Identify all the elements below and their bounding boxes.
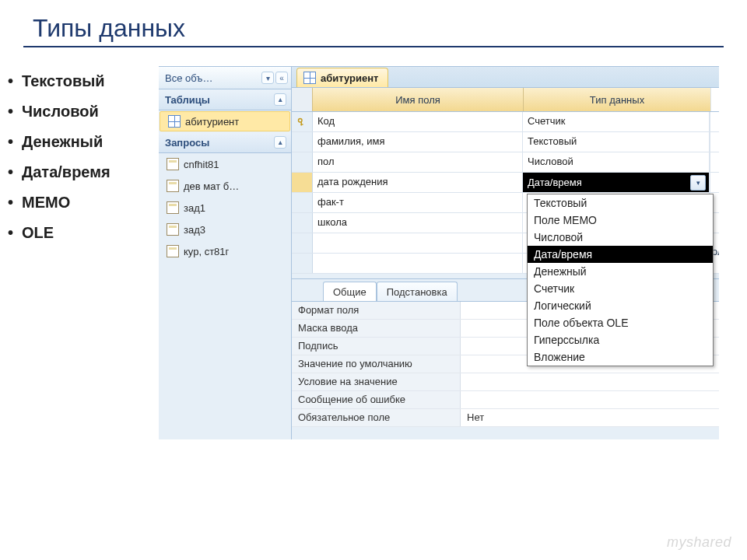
- field-row[interactable]: Код Счетчик: [292, 112, 719, 132]
- nav-query-item[interactable]: дев мат б…: [159, 175, 291, 197]
- dropdown-item[interactable]: Поле объекта OLE: [528, 314, 713, 331]
- property-label: Сообщение об ошибке: [292, 391, 461, 408]
- data-type-cell[interactable]: Счетчик: [523, 112, 710, 131]
- nav-section-tables[interactable]: Таблицы ▴: [159, 89, 291, 110]
- field-name-cell[interactable]: [313, 254, 523, 273]
- nav-section-queries[interactable]: Запросы ▴: [159, 132, 291, 153]
- column-header-data-type[interactable]: Тип данных: [524, 88, 710, 111]
- nav-query-item[interactable]: зад3: [159, 219, 291, 240]
- field-name-cell[interactable]: пол: [313, 152, 523, 172]
- dropdown-item[interactable]: Гиперссылка: [528, 331, 713, 348]
- data-type-cell[interactable]: Дата/время ▾: [523, 173, 710, 192]
- field-row[interactable]: фамилия, имя Текстовый: [292, 132, 719, 152]
- field-name-cell[interactable]: Код: [313, 112, 523, 131]
- field-name-cell[interactable]: фак-т: [313, 193, 523, 212]
- document-tab-row: абитуриент: [292, 67, 719, 88]
- row-selector[interactable]: [292, 213, 313, 233]
- svg-rect-2: [301, 124, 303, 125]
- nav-category-selector[interactable]: Все объ… ▾ «: [159, 67, 291, 89]
- navigation-pane: Все объ… ▾ « Таблицы ▴ абитуриент Запрос…: [159, 67, 292, 439]
- bullet-item: OLE: [22, 218, 159, 248]
- property-row[interactable]: Обязательное поле Нет: [292, 409, 719, 427]
- property-label: Условие на значение: [292, 373, 461, 390]
- property-tab-lookup[interactable]: Подстановка: [377, 282, 458, 301]
- dropdown-item-selected[interactable]: Дата/время: [528, 246, 713, 263]
- data-type-selected-value: Дата/время: [528, 177, 582, 188]
- property-label: Подпись: [292, 338, 461, 355]
- row-gutter-header: [292, 88, 313, 111]
- row-selector[interactable]: [292, 233, 313, 253]
- nav-query-item[interactable]: cnfhit81: [159, 153, 291, 175]
- field-row[interactable]: пол Числовой: [292, 152, 719, 173]
- property-label: Обязательное поле: [292, 409, 461, 426]
- column-header-field-name[interactable]: Имя поля: [313, 88, 524, 111]
- bullet-item: Денежный: [22, 127, 159, 157]
- row-selector[interactable]: [292, 112, 313, 131]
- data-type-cell[interactable]: Текстовый: [523, 132, 710, 152]
- nav-query-label: кур, ст81г: [184, 246, 229, 257]
- query-icon: [167, 158, 179, 170]
- property-row[interactable]: Сообщение об ошибке: [292, 391, 719, 409]
- property-tab-general[interactable]: Общие: [323, 282, 377, 301]
- property-label: Значение по умолчанию: [292, 355, 461, 373]
- chevron-up-icon[interactable]: ▴: [274, 93, 286, 106]
- dropdown-item[interactable]: Счетчик: [528, 280, 713, 297]
- nav-category-label: Все объ…: [165, 72, 260, 84]
- data-type-cell[interactable]: Числовой: [523, 152, 710, 172]
- field-name-cell[interactable]: дата рождения: [313, 173, 523, 192]
- dropdown-item[interactable]: Текстовый: [528, 194, 713, 212]
- field-row-selected[interactable]: дата рождения Дата/время ▾: [292, 173, 719, 193]
- nav-section-queries-label: Запросы: [165, 137, 209, 149]
- collapse-pane-icon[interactable]: «: [275, 72, 288, 84]
- watermark: myshared: [667, 534, 731, 551]
- dropdown-button[interactable]: ▾: [690, 175, 706, 191]
- nav-query-label: cnfhit81: [184, 159, 219, 170]
- column-label-fragment: оля: [712, 246, 729, 257]
- dropdown-item[interactable]: Вложение: [528, 348, 713, 366]
- row-selector[interactable]: [292, 132, 313, 152]
- property-value[interactable]: Нет: [461, 409, 719, 426]
- field-grid-header: Имя поля Тип данных: [292, 88, 719, 112]
- query-icon: [167, 223, 179, 236]
- dropdown-item[interactable]: Поле МЕМО: [528, 212, 713, 229]
- field-name-cell[interactable]: [313, 233, 523, 253]
- dropdown-item[interactable]: Числовой: [528, 229, 713, 246]
- property-row[interactable]: Условие на значение: [292, 373, 719, 391]
- bullet-item: Дата/время: [22, 157, 159, 187]
- nav-section-tables-label: Таблицы: [165, 94, 210, 106]
- table-icon: [303, 72, 316, 84]
- nav-table-item[interactable]: абитуриент: [160, 111, 290, 131]
- nav-table-label: абитуриент: [185, 116, 239, 128]
- document-tab-label: абитуриент: [321, 72, 378, 84]
- nav-query-item[interactable]: зад1: [159, 197, 291, 219]
- row-selector[interactable]: [292, 152, 313, 172]
- chevron-up-icon[interactable]: ▴: [274, 136, 286, 149]
- dropdown-item[interactable]: Денежный: [528, 263, 713, 280]
- nav-query-label: зад1: [184, 202, 205, 214]
- property-value[interactable]: [461, 373, 719, 390]
- slide-title: Типы данных: [0, 0, 747, 46]
- document-tab[interactable]: абитуриент: [296, 68, 388, 87]
- row-selector[interactable]: [292, 254, 313, 273]
- bullet-item: Текстовый: [22, 66, 159, 96]
- nav-query-item[interactable]: кур, ст81г: [159, 240, 291, 262]
- query-icon: [167, 201, 179, 214]
- access-screenshot: Все объ… ▾ « Таблицы ▴ абитуриент Запрос…: [159, 66, 719, 439]
- table-icon: [168, 115, 181, 128]
- title-divider: [23, 46, 724, 47]
- bullet-list: Текстовый Числовой Денежный Дата/время M…: [0, 66, 159, 248]
- row-selector[interactable]: [292, 173, 313, 192]
- query-icon: [167, 180, 179, 192]
- row-selector[interactable]: [292, 193, 313, 212]
- field-name-cell[interactable]: фамилия, имя: [313, 132, 523, 152]
- data-type-dropdown[interactable]: Текстовый Поле МЕМО Числовой Дата/время …: [527, 194, 714, 366]
- property-value[interactable]: [461, 391, 719, 408]
- chevron-down-icon[interactable]: ▾: [261, 72, 274, 84]
- dropdown-item[interactable]: Логический: [528, 297, 713, 314]
- query-icon: [167, 245, 179, 257]
- property-label: Формат поля: [292, 302, 461, 319]
- property-label: Маска ввода: [292, 320, 461, 337]
- nav-query-label: зад3: [184, 224, 205, 236]
- bullet-item: MEMO: [22, 187, 159, 218]
- field-name-cell[interactable]: школа: [313, 213, 523, 233]
